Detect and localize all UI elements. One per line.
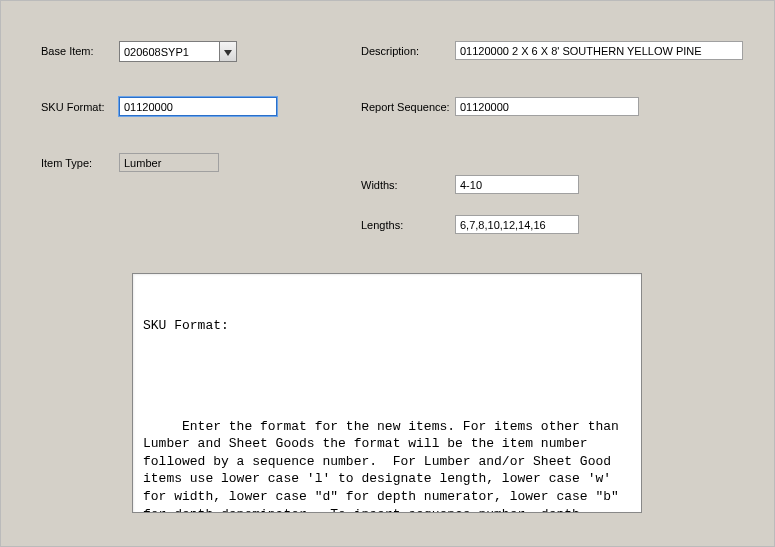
lengths-input[interactable] <box>455 215 579 234</box>
item-type-display: Lumber <box>119 153 219 172</box>
report-sequence-input[interactable] <box>455 97 639 116</box>
widths-label: Widths: <box>361 179 398 191</box>
base-item-dropdown-button[interactable] <box>219 41 237 62</box>
report-sequence-label: Report Sequence: <box>361 101 450 113</box>
widths-input[interactable] <box>455 175 579 194</box>
lengths-label: Lengths: <box>361 219 403 231</box>
base-item-label: Base Item: <box>41 45 94 57</box>
description-input[interactable] <box>455 41 743 60</box>
chevron-down-icon <box>224 46 232 58</box>
sku-format-label: SKU Format: <box>41 101 105 113</box>
base-item-input[interactable] <box>119 41 219 62</box>
help-title: SKU Format: <box>143 317 631 335</box>
sku-format-input[interactable] <box>119 97 277 116</box>
item-type-label: Item Type: <box>41 157 92 169</box>
description-label: Description: <box>361 45 419 57</box>
help-body: Enter the format for the new items. For … <box>143 418 631 513</box>
base-item-combo[interactable] <box>119 41 237 62</box>
help-spacer <box>143 370 631 383</box>
sku-format-help: SKU Format: Enter the format for the new… <box>132 273 642 513</box>
